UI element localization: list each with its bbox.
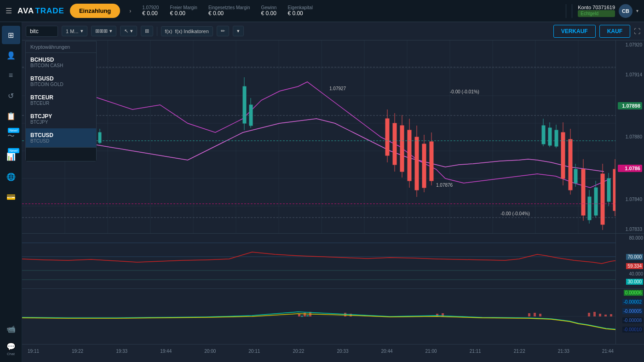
svg-text:-0.00 (-0.01%): -0.00 (-0.01%): [450, 89, 479, 94]
name-bchusd: BITCOIN CASH: [30, 63, 92, 68]
symbol-btcusd: BTCUSD: [30, 132, 92, 138]
chart-container: 1.07927 -0.00 (-0.01%) 1.07876 -0.00 (-0…: [22, 40, 644, 362]
sidebar-item-orders[interactable]: 📋: [2, 107, 20, 125]
sidebar-item-alerts[interactable]: 〜 New!: [2, 127, 20, 145]
time-2111: 21:11: [470, 349, 481, 354]
fullscreen-button[interactable]: ⛶: [634, 28, 640, 35]
sidebar-item-wallet[interactable]: 💳: [2, 188, 20, 206]
price-label-p3: 1.07880: [618, 134, 642, 139]
verkauf-button[interactable]: VERKAUF: [553, 25, 596, 38]
sidebar-item-video[interactable]: 📹: [2, 320, 20, 338]
symbol-dropdown: Kryptowährungen BCHUSD BITCOIN CASH BTGU…: [25, 41, 97, 161]
macd-v3: -0.00005: [622, 308, 643, 314]
cursor-button[interactable]: ↖ ▾: [120, 26, 137, 36]
symbol-input[interactable]: [26, 26, 58, 37]
rsi-80-label: 80.000: [629, 236, 643, 241]
sidebar-item-chat[interactable]: 💬 Chat: [2, 340, 20, 358]
freier-margin-value: € 0.00: [170, 10, 197, 17]
macd-axis: 0.00006 -0.00002 -0.00005 -0.00008 -0.00…: [615, 289, 644, 344]
dropdown-item-btceur[interactable]: BTCEUR BTCEUR: [26, 91, 96, 109]
time-labels: 19:11 19:22 19:33 19:44 20:00 20:11 20:2…: [26, 349, 615, 354]
sidebar-item-analytics[interactable]: 📊 New!: [2, 147, 20, 166]
cursor-dropdown-icon: ▾: [130, 28, 133, 34]
time-axis: 19:11 19:22 19:33 19:44 20:00 20:11 20:2…: [22, 344, 644, 358]
chevron-down-icon[interactable]: ▾: [636, 8, 638, 13]
timeframe-label: 1 M...: [66, 29, 79, 34]
name-btgusd: BITCOIN GOLD: [30, 82, 92, 87]
header-stats: 1.07920 € 0.00 Freier Margin € 0.00 Eing…: [142, 5, 560, 17]
fx-icon: f(x): [165, 29, 172, 34]
indicators-button[interactable]: f(x) f(x) Indikatoren: [161, 26, 213, 36]
macd-chart[interactable]: 0.00006 -0.00002 -0.00005 -0.00008 -0.00…: [22, 289, 644, 344]
svg-rect-96: [298, 314, 300, 316]
sidebar-item-profile[interactable]: 👤: [2, 46, 20, 64]
main-layout: ⊞ 👤 ≡ ↺ 📋 〜 New! 📊 New! 🌐 💳 📹: [0, 22, 644, 362]
dropdown-item-btgusd[interactable]: BTGUSD BITCOIN GOLD: [26, 72, 96, 91]
logo: AVATRADE: [17, 6, 64, 16]
timeframe-button[interactable]: 1 M... ▾: [62, 26, 87, 36]
sidebar-item-globe[interactable]: 🌐: [2, 167, 20, 186]
sidebar-item-list[interactable]: ≡: [2, 66, 20, 85]
draw-options-button[interactable]: ▾: [233, 26, 244, 36]
sidebar-item-history[interactable]: ↺: [2, 86, 20, 105]
einzahlung-button[interactable]: Einzahlung: [70, 4, 120, 18]
svg-rect-107: [593, 312, 596, 316]
dropdown-item-btcjpy[interactable]: BTCJPY BTCJPY: [26, 109, 96, 128]
rsi-axis: 80.000 70.000 59.334 40.000 30.000: [615, 234, 644, 289]
avatar: CB: [619, 4, 632, 18]
wallet-icon: 💳: [6, 193, 16, 201]
time-2033: 20:33: [337, 349, 348, 354]
kauf-button[interactable]: KAUF: [599, 25, 630, 38]
hamburger-menu-icon[interactable]: ☰: [6, 6, 12, 15]
svg-text:1.07876: 1.07876: [436, 183, 453, 188]
time-1911: 19:11: [28, 349, 39, 354]
svg-rect-106: [588, 313, 590, 316]
account-section: Konto 70371619 Echtgeld CB ▾: [572, 4, 638, 18]
rsi-30-label: 30.000: [626, 279, 643, 285]
time-2011: 20:11: [248, 349, 260, 354]
dropdown-item-btcusd[interactable]: BTCUSD BTCUSD: [26, 128, 96, 147]
echtgeld-badge: Echtgeld: [578, 10, 615, 17]
rsi-chart[interactable]: 80.000 70.000 59.334 40.000 30.000: [22, 234, 644, 289]
symbol-btgusd: BTGUSD: [30, 75, 92, 82]
macd-svg: [22, 289, 618, 344]
chart-type-button[interactable]: ⊞⊞⊞ ▾: [91, 26, 116, 36]
eingesetztes-margin-value: € 0.00: [208, 10, 250, 17]
svg-rect-104: [534, 313, 536, 316]
main-chart[interactable]: 1.07927 -0.00 (-0.01%) 1.07876 -0.00 (-0…: [22, 40, 644, 234]
macd-v1: 0.00006: [624, 290, 643, 296]
list-icon: ≡: [9, 71, 13, 80]
name-btcusd: BTCUSD: [30, 138, 92, 144]
header-arrow-icon: ›: [129, 8, 131, 14]
dropdown-footer: [26, 147, 96, 161]
new-badge-analytics: New!: [8, 148, 19, 153]
svg-rect-99: [344, 313, 346, 316]
toolbar: 1 M... ▾ ⊞⊞⊞ ▾ ↖ ▾ ⊞ f(x) f(x) Indikator…: [22, 22, 644, 40]
stat-freier-margin: Freier Margin € 0.00: [170, 5, 197, 17]
price-label-p1: 1.07914: [618, 72, 642, 77]
bilanz-label: 1.07920: [142, 5, 159, 10]
sidebar-item-chart[interactable]: ⊞: [2, 26, 20, 44]
globe-icon: 🌐: [6, 172, 16, 181]
orders-icon: 📋: [6, 112, 16, 121]
eigenkapital-value: € 0.00: [288, 10, 312, 17]
svg-rect-105: [539, 314, 541, 316]
timeframe-dropdown-icon: ▾: [80, 28, 83, 34]
name-btceur: BTCEUR: [30, 101, 92, 106]
draw-button[interactable]: ✏: [217, 26, 229, 36]
macd-v4: -0.00008: [622, 317, 643, 323]
svg-rect-109: [604, 315, 607, 316]
gewinn-value: € 0.00: [261, 10, 277, 17]
price-label-top: 1.07920: [618, 42, 642, 47]
dropdown-item-bchusd[interactable]: BCHUSD BITCOIN CASH: [26, 53, 96, 72]
macd-v5: -0.00010: [622, 327, 643, 333]
symbol-bchusd: BCHUSD: [30, 57, 92, 63]
chart-type-icon: ⊞⊞⊞: [95, 28, 108, 34]
time-2122: 21:22: [514, 349, 525, 354]
layout-button[interactable]: ⊞: [141, 26, 153, 36]
content-area: 1 M... ▾ ⊞⊞⊞ ▾ ↖ ▾ ⊞ f(x) f(x) Indikator…: [22, 22, 644, 362]
chat-label: Chat: [7, 352, 15, 356]
price-current-pink: 1.0786: [618, 165, 642, 172]
header: ☰ AVATRADE Einzahlung › 1.07920 € 0.00 F…: [0, 0, 644, 22]
svg-rect-101: [436, 314, 438, 316]
